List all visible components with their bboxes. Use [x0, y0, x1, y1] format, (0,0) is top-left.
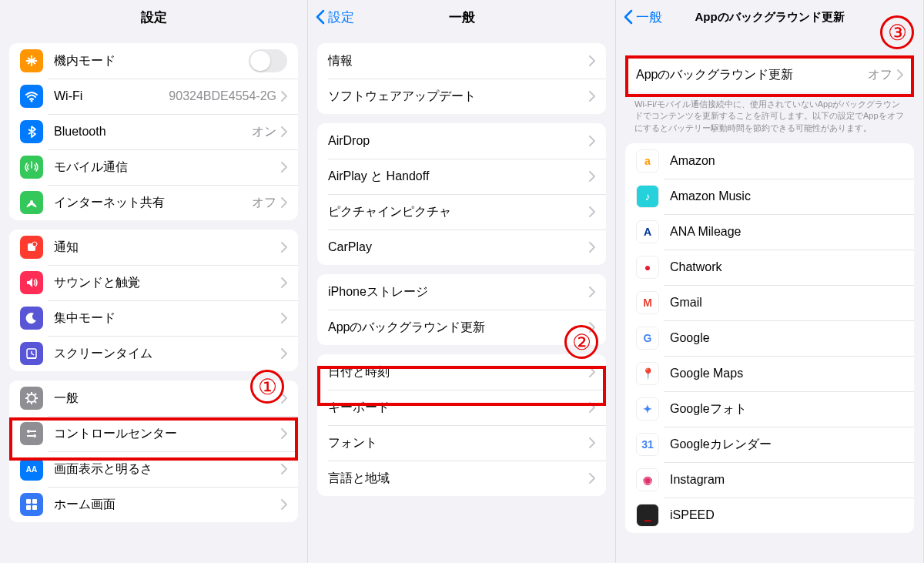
- settings-row[interactable]: 通知: [9, 230, 298, 265]
- row-label: ピクチャインピクチャ: [328, 204, 589, 220]
- hotspot-icon: [20, 191, 43, 214]
- app-row[interactable]: ✦Googleフォト: [625, 391, 914, 427]
- chevron-right-icon: [589, 367, 595, 377]
- general-row[interactable]: iPhoneストレージ: [317, 274, 606, 310]
- chevron-right-icon: [589, 473, 595, 484]
- app-icon: ♪: [636, 185, 659, 208]
- row-label: フォント: [328, 435, 589, 451]
- general-row[interactable]: ソフトウェアアップデート: [317, 79, 606, 114]
- settings-row[interactable]: コントロールセンター: [9, 416, 298, 451]
- footer-note: Wi-Fi/モバイル通信接続中に、使用されていないAppがバックグラウンドでコン…: [616, 92, 923, 134]
- settings-row[interactable]: モバイル通信: [9, 149, 298, 185]
- back-label: 設定: [328, 8, 354, 26]
- bg-refresh-screen: 一般 Appのバックグラウンド更新 Appのバックグラウンド更新 オフ Wi-F…: [616, 0, 924, 563]
- row-value: オフ: [252, 195, 276, 211]
- display-icon: AA: [20, 457, 43, 481]
- app-name: Amazon: [670, 154, 903, 168]
- app-row[interactable]: ♪Amazon Music: [625, 179, 914, 214]
- app-row[interactable]: 📍Google Maps: [625, 356, 914, 391]
- chevron-right-icon: [281, 242, 287, 253]
- app-icon: 📍: [636, 362, 659, 385]
- svg-point-8: [33, 434, 36, 437]
- svg-rect-10: [26, 499, 31, 504]
- settings-row[interactable]: ホーム画面: [9, 487, 298, 522]
- general-row[interactable]: 日付と時刻: [317, 354, 606, 390]
- row-label: ソフトウェアアップデート: [328, 89, 589, 105]
- app-icon: A: [636, 220, 659, 243]
- chevron-right-icon: [589, 242, 595, 253]
- settings-row[interactable]: 集中モード: [9, 300, 298, 336]
- settings-row[interactable]: スクリーンタイム: [9, 336, 298, 371]
- focus-icon: [20, 307, 43, 330]
- settings-row[interactable]: AA画面表示と明るさ: [9, 451, 298, 487]
- back-button[interactable]: 設定: [316, 8, 354, 26]
- cellular-icon: [20, 156, 43, 179]
- bg-refresh-master-row[interactable]: Appのバックグラウンド更新 オフ: [625, 57, 914, 92]
- app-row[interactable]: MGmail: [625, 285, 914, 320]
- svg-rect-5: [27, 357, 36, 359]
- general-row[interactable]: ピクチャインピクチャ: [317, 194, 606, 230]
- home-icon: [20, 493, 43, 516]
- chevron-right-icon: [281, 91, 287, 102]
- chevron-right-icon: [281, 464, 287, 474]
- row-label: 一般: [54, 390, 281, 407]
- row-label: キーボード: [328, 400, 589, 416]
- app-row[interactable]: 31Googleカレンダー: [625, 427, 914, 462]
- svg-point-7: [27, 430, 30, 433]
- general-row[interactable]: Appのバックグラウンド更新: [317, 310, 606, 345]
- chevron-right-icon: [281, 277, 287, 288]
- settings-row[interactable]: 一般: [9, 380, 298, 416]
- general-screen: 設定 一般 情報ソフトウェアアップデートAirDropAirPlay と Han…: [308, 0, 616, 563]
- general-row[interactable]: フォント: [317, 425, 606, 461]
- row-label: ホーム画面: [54, 497, 281, 513]
- settings-row[interactable]: 機内モード: [9, 43, 298, 79]
- app-name: Google: [670, 331, 903, 345]
- header: 設定: [0, 0, 307, 34]
- app-name: Chatwork: [670, 260, 903, 274]
- general-row[interactable]: AirPlay と Handoff: [317, 159, 606, 194]
- screentime-icon: [20, 342, 43, 365]
- chevron-right-icon: [589, 437, 595, 448]
- app-icon: ●: [636, 256, 659, 279]
- settings-row[interactable]: Bluetoothオン: [9, 114, 298, 149]
- chevron-right-icon: [281, 393, 287, 404]
- settings-screen: 設定 機内モードWi-Fi90324BDE4554-2GBluetoothオンモ…: [0, 0, 308, 563]
- general-row[interactable]: 言語と地域: [317, 461, 606, 496]
- settings-row[interactable]: サウンドと触覚: [9, 265, 298, 300]
- row-label: Appのバックグラウンド更新: [636, 67, 868, 83]
- row-value: 90324BDE4554-2G: [169, 89, 276, 103]
- chevron-right-icon: [897, 69, 903, 80]
- svg-rect-11: [32, 499, 37, 504]
- svg-point-6: [28, 394, 35, 402]
- row-label: CarPlay: [328, 240, 589, 254]
- settings-row[interactable]: インターネット共有オフ: [9, 185, 298, 220]
- row-label: 通知: [54, 240, 281, 256]
- app-row[interactable]: ◉Instagram: [625, 462, 914, 498]
- app-icon: M: [636, 291, 659, 314]
- app-name: iSPEED: [670, 508, 903, 522]
- chevron-right-icon: [281, 428, 287, 439]
- settings-row[interactable]: Wi-Fi90324BDE4554-2G: [9, 79, 298, 114]
- app-name: Instagram: [670, 473, 903, 487]
- app-row[interactable]: ⎯iSPEED: [625, 498, 914, 533]
- back-button[interactable]: 一般: [624, 8, 662, 26]
- airplane-icon: [20, 49, 43, 72]
- general-row[interactable]: CarPlay: [317, 230, 606, 265]
- general-row[interactable]: AirDrop: [317, 123, 606, 159]
- row-label: Appのバックグラウンド更新: [328, 320, 589, 336]
- row-label: 集中モード: [54, 310, 281, 327]
- general-row[interactable]: キーボード: [317, 390, 606, 425]
- app-icon: ⎯: [636, 504, 659, 527]
- app-row[interactable]: AANA Mileage: [625, 214, 914, 250]
- app-row[interactable]: GGoogle: [625, 320, 914, 356]
- toggle-switch[interactable]: [249, 49, 287, 72]
- app-row[interactable]: aAmazon: [625, 143, 914, 179]
- general-row[interactable]: 情報: [317, 43, 606, 79]
- app-name: Google Maps: [670, 367, 903, 380]
- row-label: 言語と地域: [328, 471, 589, 487]
- row-value: オフ: [868, 67, 892, 83]
- app-row[interactable]: ●Chatwork: [625, 250, 914, 285]
- back-label: 一般: [636, 8, 662, 26]
- chevron-right-icon: [589, 206, 595, 217]
- svg-rect-12: [26, 505, 31, 510]
